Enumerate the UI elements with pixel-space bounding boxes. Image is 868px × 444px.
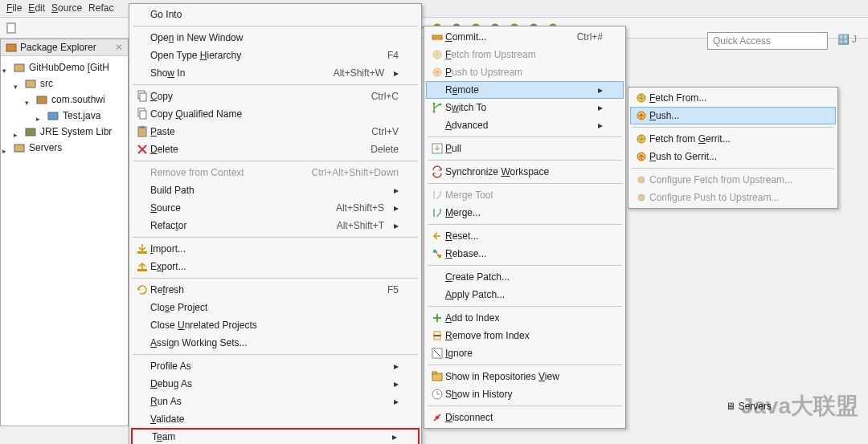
menu-item-push[interactable]: Push...: [630, 107, 836, 124]
menu-item-copy-qualified-name[interactable]: Copy Qualified Name: [131, 105, 420, 123]
menu-item-build-path[interactable]: Build Path▸: [131, 181, 420, 199]
menu-item-assign-working-sets[interactable]: Assign Working Sets...: [131, 334, 420, 352]
svg-rect-21: [140, 93, 146, 101]
menu-item-label: Push...: [649, 110, 815, 121]
menu-item-label: Show In: [150, 67, 309, 79]
menu-item-synchronize-workspace[interactable]: Synchronize Workspace: [426, 163, 624, 181]
menu-item-debug-as[interactable]: Debug As▸: [131, 375, 420, 393]
menu-item-label: Remove from Context: [150, 167, 288, 178]
package-icon: [6, 42, 17, 53]
config-icon: [633, 191, 649, 204]
menu-item-label: Rebase...: [445, 248, 603, 259]
menu-item-add-to-index[interactable]: Add to Index: [426, 309, 624, 327]
menu-file[interactable]: File: [6, 2, 22, 14]
menu-item-remove-from-index[interactable]: Remove from Index: [426, 327, 624, 344]
tree-label: Servers: [29, 142, 62, 153]
svg-rect-23: [140, 111, 146, 119]
separator: [133, 278, 418, 279]
menu-item-disconnect[interactable]: Disconnect: [426, 409, 624, 426]
menu-item-label: Copy: [150, 91, 347, 102]
disconnect-icon: [429, 411, 445, 424]
menu-item-copy[interactable]: CopyCtrl+C: [131, 88, 420, 105]
menu-item-source[interactable]: SourceAlt+Shift+S▸: [131, 199, 420, 217]
menu-item-merge[interactable]: Merge...: [426, 204, 624, 222]
menu-item-create-patch[interactable]: Create Patch...: [426, 268, 624, 286]
menu-item-import[interactable]: Import...: [131, 240, 420, 258]
menu-item-show-in-repositories-view[interactable]: Show in Repositories View: [426, 368, 624, 385]
tree-item[interactable]: Servers: [2, 140, 126, 156]
menu-item-label: Apply Patch...: [445, 289, 603, 300]
menu-item-team[interactable]: Team▸: [131, 428, 420, 444]
caret-icon[interactable]: [14, 80, 21, 88]
menu-item-close-unrelated-projects[interactable]: Close Unrelated Projects: [131, 316, 420, 334]
svg-point-32: [440, 104, 442, 106]
menu-edit[interactable]: Edit: [28, 2, 45, 14]
menu-item-rebase[interactable]: Rebase...: [426, 245, 624, 263]
merge-icon: [429, 189, 445, 202]
menu-item-fetch-from[interactable]: Fetch From...: [630, 89, 836, 107]
submenu-arrow-icon: ▸: [598, 120, 603, 131]
svg-point-33: [433, 111, 436, 113]
shortcut: F4: [387, 50, 399, 61]
close-icon[interactable]: ✕: [115, 42, 123, 53]
menu-item-show-in[interactable]: Show InAlt+Shift+W▸: [131, 64, 420, 82]
tree-item[interactable]: JRE System Libr: [2, 124, 126, 140]
commit-icon: [429, 31, 445, 43]
menu-item-reset[interactable]: Reset...: [426, 227, 624, 245]
tree-item[interactable]: src: [2, 75, 126, 92]
menu-item-delete[interactable]: DeleteDelete: [131, 141, 420, 158]
caret-icon[interactable]: [2, 64, 10, 71]
shortcut: Ctrl+V: [371, 126, 399, 137]
menu-item-switch-to[interactable]: Switch To▸: [426, 99, 624, 116]
svg-rect-16: [37, 96, 47, 104]
menu-item-fetch-from-gerrit[interactable]: Fetch from Gerrit...: [630, 130, 836, 148]
menu-item-show-in-history[interactable]: Show in History: [426, 385, 624, 403]
menu-refactor[interactable]: Refac: [88, 2, 113, 14]
menu-item-label: Remove from Index: [445, 330, 603, 341]
menu-item-apply-patch[interactable]: Apply Patch...: [426, 286, 624, 303]
menu-item-profile-as[interactable]: Profile As▸: [131, 357, 420, 375]
reset-icon: [429, 230, 445, 242]
shortcut: Alt+Shift+W: [334, 67, 384, 79]
menu-item-push-to-gerrit[interactable]: Push to Gerrit...: [630, 148, 836, 165]
submenu-arrow-icon: ▸: [392, 431, 397, 442]
menu-item-pull[interactable]: Pull: [426, 140, 624, 157]
caret-icon[interactable]: [2, 145, 10, 152]
new-icon[interactable]: [5, 21, 19, 35]
menu-source[interactable]: Source: [51, 2, 82, 14]
caret-icon[interactable]: [36, 112, 43, 120]
fetch-icon: [633, 132, 649, 145]
caret-icon[interactable]: [14, 128, 21, 136]
tree-item[interactable]: com.southwi: [2, 92, 126, 108]
tree-item[interactable]: GitHubDemo [GitH: [2, 59, 126, 75]
menu-item-label: Fetch from Gerrit...: [649, 133, 815, 145]
package-explorer-header: Package Explorer ✕: [1, 39, 128, 56]
separator: [133, 354, 418, 355]
history-icon: [429, 388, 445, 401]
menu-item-refactor[interactable]: RefactorAlt+Shift+T▸: [131, 217, 420, 234]
menu-item-commit[interactable]: Commit...Ctrl+#: [426, 28, 624, 46]
menu-item-run-as[interactable]: Run As▸: [131, 393, 420, 410]
menu-item-close-project[interactable]: Close Project: [131, 299, 420, 316]
svg-point-47: [638, 177, 645, 183]
shortcut: Ctrl+Alt+Shift+Down: [312, 167, 399, 178]
menu-item-label: Open in New Window: [150, 32, 399, 43]
menu-item-open-in-new-window[interactable]: Open in New Window: [131, 29, 420, 47]
menu-item-advanced[interactable]: Advanced▸: [426, 116, 624, 134]
menu-item-paste[interactable]: PasteCtrl+V: [131, 123, 420, 141]
quick-access-input[interactable]: Quick Access: [707, 32, 828, 50]
menu-item-ignore[interactable]: Ignore: [426, 344, 624, 362]
caret-icon[interactable]: [25, 96, 32, 104]
tree-item[interactable]: Test.java: [2, 108, 126, 124]
menu-item-export[interactable]: Export...: [131, 258, 420, 275]
separator: [428, 265, 622, 266]
menu-item-go-into[interactable]: Go Into: [131, 6, 420, 23]
menu-item-remote[interactable]: Remote▸: [426, 81, 624, 99]
menu-item-open-type-hierarchy[interactable]: Open Type HierarchyF4: [131, 47, 420, 64]
tree-label: Test.java: [63, 110, 100, 121]
separator: [428, 160, 622, 161]
menu-item-refresh[interactable]: RefreshF5: [131, 281, 420, 299]
menu-item-validate[interactable]: Validate: [131, 410, 420, 428]
java-perspective-icon[interactable]: 🔡 J: [837, 34, 857, 45]
project-icon: [12, 60, 27, 75]
